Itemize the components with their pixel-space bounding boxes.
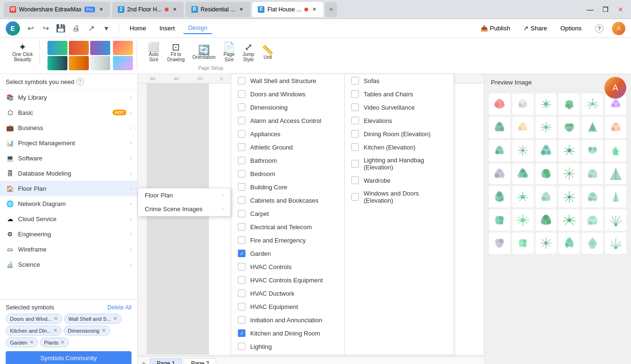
nav-item-database[interactable]: 🗄 Database Modeling ›: [0, 166, 137, 181]
checklist-hvac-equipment[interactable]: HVAC Equipment: [231, 300, 344, 313]
checklist-dimensioning[interactable]: Dimensioning: [231, 101, 344, 114]
checklist-elevations[interactable]: Elevations: [345, 114, 453, 127]
checklist-electrical[interactable]: Electrical and Telecom: [231, 220, 344, 233]
check-tables[interactable]: [351, 90, 359, 98]
tag-dim-close[interactable]: ✕: [102, 327, 106, 334]
tag-kitchen-close[interactable]: ✕: [53, 327, 57, 334]
check-building[interactable]: [238, 183, 245, 191]
browser-tab-3[interactable]: R Residential ... ✕: [186, 2, 251, 17]
tag-garden-close[interactable]: ✕: [29, 339, 34, 345]
checklist-athletic[interactable]: Athletic Ground: [231, 140, 344, 154]
auto-size-btn[interactable]: ⬜ AutoSize: [145, 41, 162, 64]
user-profile-btn[interactable]: A: [604, 77, 626, 99]
check-garden[interactable]: ✓: [238, 250, 245, 257]
check-doors[interactable]: [238, 90, 245, 98]
checklist-office-eq[interactable]: Office Equipment: [231, 353, 344, 355]
checklist-fire[interactable]: Fire and Emergency: [231, 233, 344, 247]
check-carpet[interactable]: [238, 210, 245, 217]
checklist-hvac-equipment2[interactable]: HVAC Controls Equipment: [231, 273, 344, 287]
user-avatar[interactable]: A: [612, 22, 625, 35]
check-hvac-duct[interactable]: [238, 289, 245, 297]
checklist-tables[interactable]: Tables and Chairs: [345, 87, 453, 101]
restore-btn[interactable]: ❐: [599, 3, 612, 16]
check-init[interactable]: [238, 316, 245, 324]
theme-option-6[interactable]: [90, 56, 110, 70]
orientation-btn[interactable]: 🔄 Orientation: [189, 44, 218, 61]
page-size-btn[interactable]: 📄 PageSize: [220, 41, 238, 64]
nav-item-project-management[interactable]: 📊 Project Management ›: [0, 135, 137, 150]
theme-option-2[interactable]: [69, 41, 89, 55]
check-hvac-ctrl[interactable]: [238, 263, 245, 271]
tab-3-close[interactable]: ✕: [238, 6, 245, 13]
nav-item-network[interactable]: 🌐 Network Diagram ›: [0, 196, 137, 211]
tab-2-close[interactable]: ✕: [171, 6, 178, 13]
minimize-btn[interactable]: —: [584, 3, 597, 16]
checklist-hvac-controls[interactable]: HVAC Controls: [231, 260, 344, 273]
check-dining-el[interactable]: [351, 130, 359, 138]
checklist-lighting[interactable]: Lighting: [231, 340, 344, 353]
check-elevations[interactable]: [351, 117, 359, 124]
check-athletic[interactable]: [238, 143, 245, 151]
unit-btn[interactable]: 📏 Unit: [259, 44, 276, 61]
checklist-windows-elevation[interactable]: Windows and Doors (Elevation): [345, 187, 453, 207]
share-btn[interactable]: ↗Share: [518, 23, 552, 34]
check-kitchen-el[interactable]: [351, 143, 359, 151]
checklist-cabinets[interactable]: Cabinets and Bookcases: [231, 194, 344, 207]
checklist-dining-elevation[interactable]: Dining Room (Elevation): [345, 127, 453, 140]
theme-option-4[interactable]: [47, 56, 67, 70]
checklist-garden[interactable]: ✓ Garden: [231, 247, 344, 260]
fit-to-drawing-btn[interactable]: ⊡ Fit toDrawing: [164, 41, 188, 64]
check-video[interactable]: [351, 103, 359, 111]
symbols-community-btn[interactable]: Symbols Community: [6, 351, 132, 364]
page-tab-2[interactable]: Page 2: [184, 358, 216, 364]
nav-item-science[interactable]: 🔬 Science ›: [0, 257, 137, 272]
checklist-bedroom[interactable]: Bedroom: [231, 167, 344, 180]
check-wardrobe[interactable]: [351, 177, 359, 184]
crime-scene-dropdown-item[interactable]: Crime Scene Images ›: [138, 202, 230, 216]
help-btn[interactable]: ?: [590, 22, 608, 35]
check-electrical[interactable]: [238, 223, 245, 231]
print-btn[interactable]: 🖨: [69, 22, 83, 35]
checklist-appliances[interactable]: Appliances: [231, 127, 344, 140]
checklist-initiation[interactable]: Initiation and Annunciation: [231, 313, 344, 327]
check-wall-shell[interactable]: [238, 77, 245, 84]
browser-tab-1[interactable]: W Wondershare EdrawMax Pro ✕: [4, 2, 110, 17]
checklist-kitchen-elevation[interactable]: Kitchen (Elevation): [345, 140, 453, 154]
nav-item-wireframe[interactable]: ▭ Wireframe ›: [0, 242, 137, 257]
nav-item-engineering[interactable]: ⚙ Engineering ›: [0, 226, 137, 242]
checklist-building-core[interactable]: Building Core: [231, 180, 344, 194]
checklist-kitchen[interactable]: ✓ Kitchen and Dining Room: [231, 327, 344, 340]
redo-btn[interactable]: ↪: [39, 22, 52, 35]
home-tab[interactable]: Home: [125, 23, 151, 34]
check-lighting[interactable]: [238, 343, 245, 350]
checklist-bathroom[interactable]: Bathroom: [231, 154, 344, 167]
theme-option-8[interactable]: [113, 56, 133, 70]
checklist-lighting-handbag[interactable]: Lighting and Handbag (Elevation): [345, 154, 453, 174]
nav-item-floor-plan[interactable]: 🏠 Floor Plan ›: [0, 181, 137, 196]
page-tab-1[interactable]: Page 1: [150, 358, 182, 364]
tag-plants-close[interactable]: ✕: [60, 339, 65, 345]
close-btn[interactable]: ✕: [614, 3, 627, 16]
checklist-carpet[interactable]: Carpet: [231, 207, 344, 220]
floor-plan-dropdown-item[interactable]: Floor Plan ›: [138, 188, 230, 202]
publish-btn[interactable]: 📤Publish: [476, 23, 515, 34]
check-dim[interactable]: [238, 103, 245, 111]
check-windows-el[interactable]: [351, 193, 359, 201]
theme-option-1[interactable]: [47, 41, 67, 55]
check-cabinets[interactable]: [238, 196, 245, 204]
add-page-btn[interactable]: +: [141, 359, 146, 364]
browser-tab-4[interactable]: F Flat House ... ✕: [252, 2, 323, 17]
check-fire[interactable]: [238, 236, 245, 244]
jump-style-btn[interactable]: ⤢ JumpStyle: [240, 41, 257, 64]
nav-item-cloud-service[interactable]: ☁ Cloud Service ›: [0, 211, 137, 226]
undo-btn[interactable]: ↩: [24, 22, 37, 35]
checklist-video[interactable]: Video Surveillance: [345, 101, 453, 114]
more-btn[interactable]: ▾: [100, 22, 113, 35]
check-bedroom[interactable]: [238, 170, 245, 177]
checklist-sofas[interactable]: Sofas: [345, 74, 453, 87]
checklist-wall-shell[interactable]: Wall Shell and Structure: [231, 74, 344, 87]
delete-all-btn[interactable]: Delete All: [107, 304, 132, 311]
theme-option-3[interactable]: [90, 41, 110, 55]
tab-4-close[interactable]: ✕: [311, 6, 318, 13]
theme-option-5[interactable]: [69, 56, 89, 70]
